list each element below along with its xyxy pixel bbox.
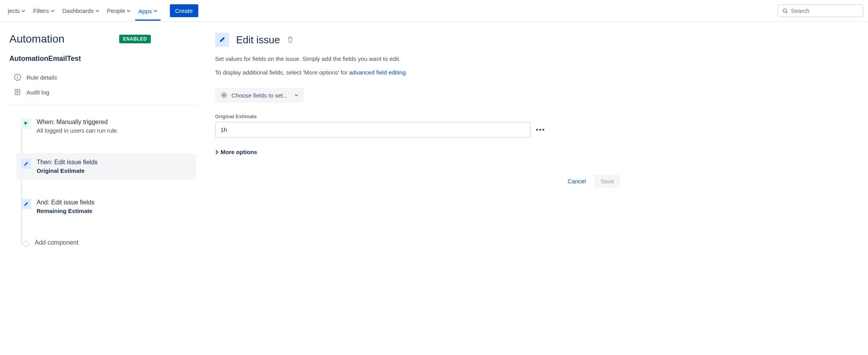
chevron-down-icon [127, 10, 131, 12]
node-title: When: Manually triggered [37, 119, 192, 126]
chevron-down-icon [295, 94, 298, 96]
rule-node-when[interactable]: When: Manually triggered All logged in u… [16, 113, 196, 139]
search-box[interactable] [778, 4, 863, 17]
advanced-field-editing-link[interactable]: advanced field editing [349, 69, 406, 76]
rule-node-then[interactable]: Then: Edit issue fields Original Estimat… [16, 153, 196, 179]
svg-point-5 [223, 94, 225, 96]
chevron-right-icon [215, 150, 218, 154]
node-subtitle: Original Estimate [37, 167, 192, 174]
node-subtitle: All logged in users can run rule. [37, 127, 192, 134]
audit-log-link[interactable]: Audit log [9, 85, 196, 99]
gear-icon [221, 92, 228, 99]
nav-label: People [107, 7, 125, 14]
nav-label: Dashboards [62, 7, 94, 14]
rule-name: AutomationEmailTest [9, 55, 196, 63]
side-link-label: Rule details [26, 74, 57, 81]
node-title: And: Edit issue fields [37, 199, 192, 206]
page-title: Automation [9, 33, 65, 45]
chevron-down-icon [95, 10, 99, 12]
choose-fields-label: Choose fields to set... [231, 92, 288, 99]
rule-node-and[interactable]: And: Edit issue fields Remaining Estimat… [16, 193, 196, 220]
top-nav: jects Filters Dashboards People Apps Cre… [0, 0, 868, 22]
more-actions-icon[interactable] [536, 129, 544, 131]
cancel-button[interactable]: Cancel [563, 175, 591, 188]
svg-point-2 [17, 76, 18, 76]
nav-filters[interactable]: Filters [30, 5, 58, 16]
search-icon [782, 8, 788, 14]
more-options-toggle[interactable]: More options [215, 149, 644, 155]
rule-details-link[interactable]: Rule details [9, 70, 196, 85]
nav-label: jects [8, 7, 20, 14]
original-estimate-input[interactable] [215, 122, 531, 138]
pencil-icon [21, 159, 31, 169]
nav-apps[interactable]: Apps [135, 2, 160, 21]
side-link-label: Audit log [26, 89, 49, 96]
cursor-icon [21, 119, 31, 129]
svg-point-0 [783, 9, 787, 12]
pencil-icon [21, 199, 31, 209]
rule-chain: When: Manually triggered All logged in u… [9, 113, 196, 253]
nav-dashboards[interactable]: Dashboards [59, 5, 102, 16]
save-button[interactable]: Save [595, 175, 620, 188]
chevron-down-icon [21, 10, 25, 12]
node-title: Then: Edit issue fields [37, 159, 192, 166]
choose-fields-button[interactable]: Choose fields to set... [215, 88, 304, 103]
rule-node-add-component[interactable]: Add component [16, 234, 196, 253]
node-subtitle: Remaining Estimate [37, 208, 192, 214]
trash-icon[interactable] [287, 36, 293, 43]
chevron-down-icon [153, 10, 157, 12]
empty-circle-icon [23, 241, 29, 247]
panel-title: Edit issue [236, 34, 280, 46]
search-input[interactable] [791, 7, 859, 14]
nav-people[interactable]: People [104, 5, 134, 16]
info-icon [14, 74, 21, 81]
field-label: Original Estimate [215, 114, 644, 119]
status-badge: ENABLED [119, 35, 151, 43]
document-icon [14, 89, 21, 96]
node-title: Add component [35, 239, 192, 246]
more-options-label: More options [221, 149, 257, 155]
nav-label: Apps [138, 8, 152, 14]
panel-desc-2: To display additional fields, select 'Mo… [215, 68, 644, 77]
svg-rect-3 [17, 77, 18, 79]
panel-desc-1: Set values for fields on the issue. Simp… [215, 55, 644, 64]
nav-label: Filters [33, 7, 49, 14]
create-button[interactable]: Create [170, 4, 198, 17]
nav-projects[interactable]: jects [5, 5, 28, 16]
chevron-down-icon [51, 10, 55, 12]
pencil-icon [215, 33, 229, 47]
